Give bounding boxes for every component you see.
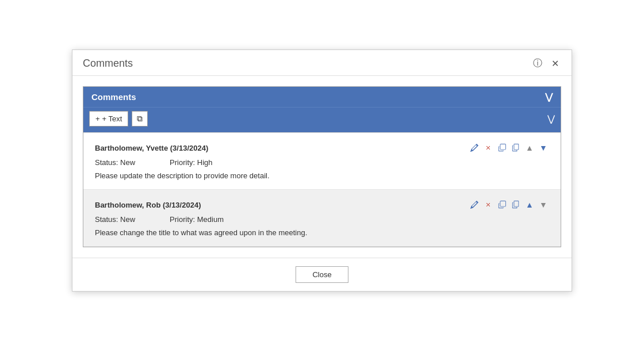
- comment-meta: Status: New Priority: Medium: [95, 215, 549, 224]
- comment-priority: Priority: Medium: [170, 215, 224, 224]
- toolbar-collapse-chevron[interactable]: ⋁: [547, 113, 555, 124]
- modal-body: Comments ⋁ + + Text ⧉ ⋁: [72, 76, 572, 258]
- copy-item-icon[interactable]: [496, 142, 508, 154]
- section-header: Comments ⋁: [83, 87, 561, 107]
- comment-actions: ▲ ▼: [469, 199, 549, 210]
- move-down-icon[interactable]: ▼: [538, 142, 549, 154]
- comment-item: Bartholomew, Yvette (3/13/2024): [83, 133, 561, 190]
- modal: Comments ⓘ ✕ Comments ⋁ + + Text: [72, 49, 572, 292]
- copy-item-icon[interactable]: [496, 199, 508, 210]
- delete-icon[interactable]: [482, 199, 494, 210]
- comment-status: Status: New: [95, 215, 135, 224]
- comment-priority: Priority: High: [170, 158, 212, 167]
- modal-footer: Close: [72, 258, 572, 291]
- copy-icon: ⧉: [137, 114, 143, 123]
- comment-top-row: Bartholomew, Yvette (3/13/2024): [95, 142, 549, 154]
- comment-actions: ▲ ▼: [469, 142, 549, 154]
- modal-header-icons: ⓘ ✕: [531, 57, 561, 70]
- section-panel: Comments ⋁ + + Text ⧉ ⋁: [83, 86, 561, 247]
- paste-item-icon[interactable]: [510, 142, 522, 154]
- comment-item: Bartholomew, Rob (3/13/2024): [83, 190, 561, 247]
- move-up-icon[interactable]: ▲: [524, 199, 535, 210]
- modal-title: Comments: [83, 58, 133, 70]
- section-collapse-chevron[interactable]: ⋁: [545, 91, 553, 102]
- edit-icon[interactable]: [469, 142, 480, 154]
- section-title: Comments: [91, 92, 136, 102]
- edit-icon[interactable]: [469, 199, 480, 210]
- comment-author: Bartholomew, Yvette (3/13/2024): [95, 144, 208, 152]
- comment-text: Please change the title to what was agre…: [95, 228, 549, 237]
- move-up-icon[interactable]: ▲: [524, 142, 535, 154]
- modal-header: Comments ⓘ ✕: [72, 50, 572, 76]
- toolbar-row: + + Text ⧉ ⋁: [83, 107, 561, 132]
- close-icon: ✕: [551, 58, 559, 69]
- comment-text: Please update the description to provide…: [95, 171, 549, 180]
- help-button[interactable]: ⓘ: [531, 57, 544, 70]
- comment-top-row: Bartholomew, Rob (3/13/2024): [95, 199, 549, 210]
- move-down-icon[interactable]: ▼: [538, 199, 549, 210]
- paste-item-icon[interactable]: [510, 199, 522, 210]
- close-button[interactable]: Close: [296, 266, 348, 283]
- add-text-button[interactable]: + + Text: [89, 111, 128, 127]
- comments-list: Bartholomew, Yvette (3/13/2024): [83, 132, 561, 247]
- copy-button[interactable]: ⧉: [132, 111, 148, 127]
- modal-close-button[interactable]: ✕: [549, 57, 561, 70]
- plus-icon: +: [95, 114, 100, 123]
- comment-status: Status: New: [95, 158, 135, 167]
- delete-icon[interactable]: [482, 142, 494, 154]
- add-text-label: + Text: [102, 114, 122, 123]
- help-icon: ⓘ: [533, 58, 542, 70]
- comment-meta: Status: New Priority: High: [95, 158, 549, 167]
- comment-author: Bartholomew, Rob (3/13/2024): [95, 201, 201, 209]
- toolbar-left: + + Text ⧉: [89, 111, 148, 127]
